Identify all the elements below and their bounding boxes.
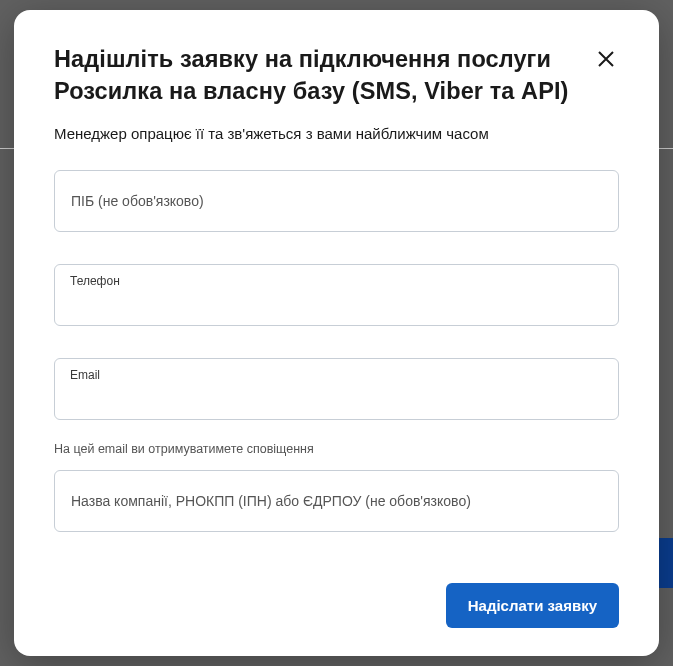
email-input[interactable] (54, 358, 619, 420)
name-input[interactable] (54, 170, 619, 232)
email-field-wrap: Email (54, 358, 619, 420)
company-field-wrap (54, 470, 619, 532)
background-button-fragment (658, 538, 673, 588)
request-form: Телефон Email На цей email ви отримувати… (54, 170, 619, 628)
request-modal: Надішліть заявку на підключення послуги … (14, 10, 659, 656)
phone-input[interactable] (54, 264, 619, 326)
phone-field-wrap: Телефон (54, 264, 619, 326)
submit-button[interactable]: Надіслати заявку (446, 583, 619, 628)
modal-title: Надішліть заявку на підключення послуги … (54, 44, 574, 107)
email-helper-text: На цей email ви отримуватимете сповіщенн… (54, 442, 619, 456)
name-field-wrap (54, 170, 619, 232)
modal-footer: Надіслати заявку (54, 553, 619, 628)
close-button[interactable] (593, 46, 619, 72)
close-icon (597, 50, 615, 68)
modal-subtitle: Менеджер опрацює її та зв'яжеться з вами… (54, 125, 619, 142)
modal-header: Надішліть заявку на підключення послуги … (54, 44, 619, 107)
company-input[interactable] (54, 470, 619, 532)
